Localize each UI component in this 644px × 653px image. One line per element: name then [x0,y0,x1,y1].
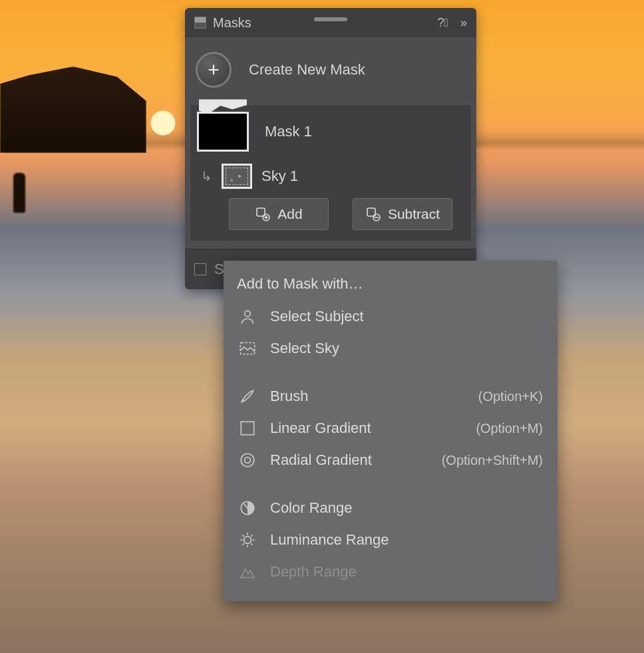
menu-shortcut: (Option+K) [478,389,543,404]
sub-mask-row[interactable]: ↳ Sky 1 [197,164,464,189]
menu-item-linear-gradient[interactable]: Linear Gradient (Option+M) [224,412,558,444]
menu-title: Add to Mask with… [224,270,558,301]
add-shape-icon [255,206,271,222]
sub-mask-label: Sky 1 [261,168,298,185]
menu-item-label: Luminance Range [270,531,389,549]
footer-checkbox[interactable] [194,263,206,275]
menu-item-label: Depth Range [270,563,357,581]
color-range-icon [238,499,257,517]
create-new-mask-row[interactable]: + Create New Mask [185,37,476,105]
menu-item-depth-range: Depth Range [224,556,558,588]
subtract-button[interactable]: Subtract [353,198,452,230]
svg-rect-6 [241,422,254,435]
radial-gradient-icon [238,451,257,469]
svg-point-4 [245,311,251,317]
panel-title: Masks [213,15,251,31]
menu-item-label: Linear Gradient [270,420,371,437]
luminance-range-icon [238,531,257,549]
person-icon [238,307,257,326]
mask-thumbnail[interactable] [197,112,249,152]
mask-row[interactable]: Mask 1 [197,112,464,152]
sub-mask-thumbnail[interactable] [222,164,252,189]
create-new-mask-label: Create New Mask [249,61,365,78]
help-icon[interactable]: ?⃝ [437,16,448,30]
person-silhouette [13,173,25,213]
sky-icon [238,339,257,358]
masks-panel: Masks ?⃝ » + Create New Mask Mask 1 ↳ Sk… [185,8,476,289]
svg-point-11 [244,537,251,544]
menu-item-color-range[interactable]: Color Range [224,492,558,524]
svg-point-9 [245,457,251,463]
menu-item-radial-gradient[interactable]: Radial Gradient (Option+Shift+M) [224,444,558,476]
menu-item-brush[interactable]: Brush (Option+K) [224,380,558,412]
plus-icon[interactable]: + [196,52,232,88]
child-arrow-icon: ↳ [201,168,212,184]
menu-item-label: Radial Gradient [270,452,372,469]
masks-icon [194,17,206,29]
menu-item-label: Select Sky [270,340,339,357]
menu-item-luminance-range[interactable]: Luminance Range [224,524,558,556]
drag-handle[interactable] [314,17,347,21]
add-button[interactable]: Add [229,198,329,230]
menu-item-label: Select Subject [270,308,364,325]
menu-shortcut: (Option+Shift+M) [442,453,543,468]
panel-body: + Create New Mask Mask 1 ↳ Sky 1 Add [185,37,476,249]
mask-item[interactable]: Mask 1 ↳ Sky 1 Add Subtract [190,105,471,241]
mask-label: Mask 1 [265,123,312,140]
panel-titlebar[interactable]: Masks ?⃝ » [185,8,476,37]
linear-gradient-icon [238,419,257,438]
svg-rect-7 [241,422,254,435]
menu-item-label: Color Range [270,499,353,517]
menu-item-select-subject[interactable]: Select Subject [224,301,558,332]
brush-icon [238,387,257,406]
add-button-label: Add [277,206,302,222]
expand-icon[interactable]: » [460,16,467,30]
depth-range-icon [238,563,257,581]
menu-shortcut: (Option+M) [476,421,543,436]
menu-item-label: Brush [270,388,308,405]
subtract-shape-icon [365,206,381,222]
subtract-button-label: Subtract [388,206,440,222]
add-to-mask-menu: Add to Mask with… Select Subject Select … [224,261,558,601]
menu-item-select-sky[interactable]: Select Sky [224,332,558,364]
svg-point-8 [241,454,254,467]
